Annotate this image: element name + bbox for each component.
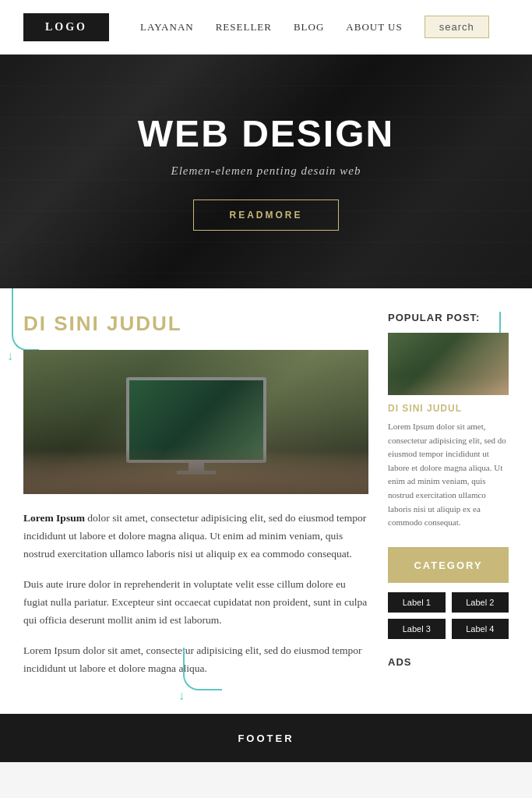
footer: FOOTER [0, 714, 532, 762]
label-tag-4[interactable]: Label 4 [452, 619, 509, 639]
nav-links: LAYANAN RESELLER BLOG ABOUT US search [140, 16, 509, 38]
left-column: DI SINI JUDUL Lorem Ipsum dolor sit amet… [23, 312, 368, 690]
monitor-screen [126, 377, 266, 463]
article-paragraph-3: Lorem Ipsum dolor sit amet, consectetur … [23, 642, 368, 678]
search-button[interactable]: search [425, 16, 489, 38]
navbar: LOGO LAYANAN RESELLER BLOG ABOUT US sear… [0, 0, 532, 55]
hero-subtitle: Elemen-elemen penting desain web [138, 164, 394, 178]
readmore-button[interactable]: READMORE [193, 200, 338, 231]
logo[interactable]: LOGO [23, 13, 109, 41]
label-tag-2[interactable]: Label 2 [452, 592, 509, 613]
popular-post-section: POPULAR POST: DI SINI JUDUL Lorem Ipsum … [388, 312, 509, 530]
nav-layanan[interactable]: LAYANAN [140, 21, 194, 34]
right-sidebar: POPULAR POST: DI SINI JUDUL Lorem Ipsum … [388, 312, 509, 690]
category-box: CATEGORY [388, 547, 509, 583]
hero-section: WEB DESIGN Elemen-elemen penting desain … [0, 55, 532, 288]
article-paragraph-1: Lorem Ipsum dolor sit amet, consectetur … [23, 510, 368, 563]
section-title: DI SINI JUDUL [23, 312, 368, 336]
monitor-graphic [126, 377, 266, 478]
monitor-base [177, 471, 216, 475]
nav-about[interactable]: ABOUT US [346, 21, 402, 34]
monitor-screen-inner [129, 380, 263, 460]
category-label: CATEGORY [414, 560, 482, 571]
popular-post-title-label: POPULAR POST: [388, 312, 509, 323]
nav-blog[interactable]: BLOG [294, 21, 324, 34]
article-paragraph-2: Duis aute irure dolor in reprehenderit i… [23, 576, 368, 630]
nav-reseller[interactable]: RESELLER [216, 21, 272, 34]
popular-post-text: Lorem Ipsum dolor sit amet, consectetur … [388, 420, 509, 530]
ads-section: ADS [388, 656, 509, 668]
main-content: DI SINI JUDUL Lorem Ipsum dolor sit amet… [0, 288, 532, 714]
popular-img-overlay [388, 333, 509, 395]
article-image [23, 350, 368, 494]
article-bold: Lorem Ipsum [23, 512, 85, 524]
label-tag-1[interactable]: Label 1 [388, 592, 446, 613]
popular-post-image [388, 333, 509, 395]
category-section: CATEGORY Label 1 Label 2 Label 3 Label 4 [388, 547, 509, 639]
popular-post-heading: DI SINI JUDUL [388, 403, 509, 414]
label-grid: Label 1 Label 2 Label 3 Label 4 [388, 592, 509, 639]
footer-text: FOOTER [238, 733, 294, 744]
hero-title: WEB DESIGN [138, 112, 394, 155]
label-tag-3[interactable]: Label 3 [388, 619, 446, 639]
content-area: DI SINI JUDUL Lorem Ipsum dolor sit amet… [23, 312, 509, 690]
hero-content: WEB DESIGN Elemen-elemen penting desain … [138, 112, 394, 231]
ads-title: ADS [388, 656, 509, 668]
monitor-stand [188, 463, 204, 471]
